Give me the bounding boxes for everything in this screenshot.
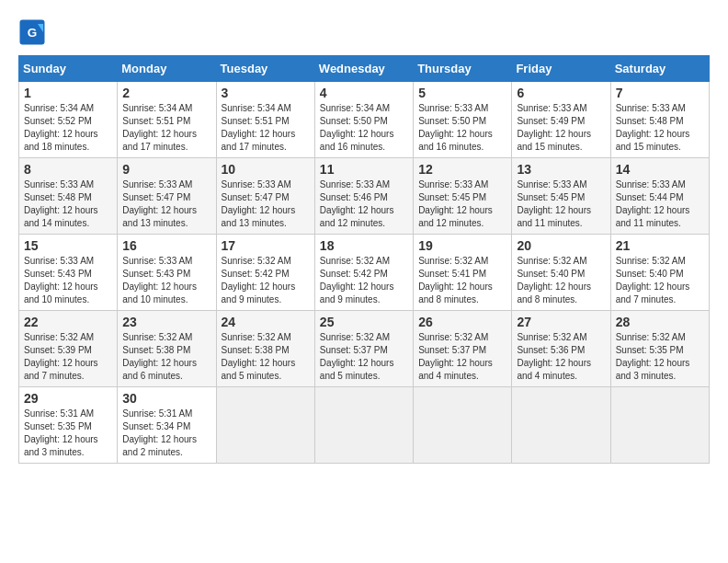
day-info: Sunrise: 5:32 AMSunset: 5:38 PMDaylight:… [122,331,210,383]
weekday-header-sunday: Sunday [19,56,118,82]
day-number: 30 [122,391,210,406]
calendar-week-row: 29Sunrise: 5:31 AMSunset: 5:35 PMDayligh… [19,387,710,464]
calendar-cell: 5Sunrise: 5:33 AMSunset: 5:50 PMDaylight… [414,82,512,158]
logo: G [18,18,50,46]
day-info: Sunrise: 5:33 AMSunset: 5:43 PMDaylight:… [24,255,112,306]
calendar-cell: 22Sunrise: 5:32 AMSunset: 5:39 PMDayligh… [19,311,118,387]
calendar-cell: 9Sunrise: 5:33 AMSunset: 5:47 PMDaylight… [118,158,216,235]
day-info: Sunrise: 5:32 AMSunset: 5:38 PMDaylight:… [222,331,310,383]
weekday-header-friday: Friday [512,56,610,82]
calendar-week-row: 1Sunrise: 5:34 AMSunset: 5:52 PMDaylight… [19,82,710,158]
day-number: 5 [418,86,506,100]
weekday-header-saturday: Saturday [610,56,709,82]
day-info: Sunrise: 5:32 AMSunset: 5:40 PMDaylight:… [517,255,605,306]
page-header: G [18,18,710,46]
day-number: 8 [24,162,112,177]
calendar-cell [414,387,512,464]
day-number: 15 [24,238,112,253]
weekday-header-tuesday: Tuesday [216,56,314,82]
calendar-cell: 23Sunrise: 5:32 AMSunset: 5:38 PMDayligh… [118,311,216,387]
day-info: Sunrise: 5:32 AMSunset: 5:35 PMDaylight:… [616,331,704,383]
weekday-header-monday: Monday [118,56,216,82]
day-number: 22 [24,315,112,329]
day-number: 11 [320,162,408,177]
day-number: 9 [122,162,210,177]
day-number: 7 [616,86,704,100]
calendar-cell: 14Sunrise: 5:33 AMSunset: 5:44 PMDayligh… [610,158,709,235]
calendar-cell: 24Sunrise: 5:32 AMSunset: 5:38 PMDayligh… [216,311,314,387]
day-number: 20 [517,238,605,253]
day-info: Sunrise: 5:33 AMSunset: 5:44 PMDaylight:… [616,178,704,230]
calendar-cell: 2Sunrise: 5:34 AMSunset: 5:51 PMDaylight… [118,82,216,158]
day-number: 25 [320,315,408,329]
day-number: 19 [418,238,506,253]
calendar-cell: 11Sunrise: 5:33 AMSunset: 5:46 PMDayligh… [314,158,413,235]
day-info: Sunrise: 5:34 AMSunset: 5:52 PMDaylight:… [24,102,112,154]
day-info: Sunrise: 5:31 AMSunset: 5:34 PMDaylight:… [122,408,210,459]
calendar-cell: 19Sunrise: 5:32 AMSunset: 5:41 PMDayligh… [414,235,512,311]
calendar-cell: 8Sunrise: 5:33 AMSunset: 5:48 PMDaylight… [19,158,118,235]
day-number: 4 [320,86,408,100]
day-info: Sunrise: 5:33 AMSunset: 5:47 PMDaylight:… [222,178,310,230]
day-number: 21 [616,238,704,253]
calendar-cell: 4Sunrise: 5:34 AMSunset: 5:50 PMDaylight… [314,82,413,158]
calendar-cell: 29Sunrise: 5:31 AMSunset: 5:35 PMDayligh… [19,387,118,464]
calendar-cell [610,387,709,464]
calendar-cell: 21Sunrise: 5:32 AMSunset: 5:40 PMDayligh… [610,235,709,311]
calendar-cell: 7Sunrise: 5:33 AMSunset: 5:48 PMDaylight… [610,82,709,158]
calendar-cell: 13Sunrise: 5:33 AMSunset: 5:45 PMDayligh… [512,158,610,235]
day-info: Sunrise: 5:33 AMSunset: 5:48 PMDaylight:… [616,102,704,154]
day-number: 6 [517,86,605,100]
calendar-cell: 16Sunrise: 5:33 AMSunset: 5:43 PMDayligh… [118,235,216,311]
svg-text:G: G [28,26,38,40]
calendar-table: SundayMondayTuesdayWednesdayThursdayFrid… [18,55,710,464]
calendar-cell: 28Sunrise: 5:32 AMSunset: 5:35 PMDayligh… [610,311,709,387]
calendar-week-row: 15Sunrise: 5:33 AMSunset: 5:43 PMDayligh… [19,235,710,311]
calendar-cell: 15Sunrise: 5:33 AMSunset: 5:43 PMDayligh… [19,235,118,311]
weekday-header-row: SundayMondayTuesdayWednesdayThursdayFrid… [19,56,710,82]
weekday-header-wednesday: Wednesday [314,56,413,82]
day-number: 14 [616,162,704,177]
day-info: Sunrise: 5:33 AMSunset: 5:46 PMDaylight:… [320,178,408,230]
day-number: 12 [418,162,506,177]
calendar-cell: 6Sunrise: 5:33 AMSunset: 5:49 PMDaylight… [512,82,610,158]
day-number: 27 [517,315,605,329]
day-info: Sunrise: 5:32 AMSunset: 5:40 PMDaylight:… [616,255,704,306]
calendar-cell [314,387,413,464]
day-number: 13 [517,162,605,177]
calendar-cell: 12Sunrise: 5:33 AMSunset: 5:45 PMDayligh… [414,158,512,235]
day-number: 3 [222,86,310,100]
day-number: 29 [24,391,112,406]
calendar-cell: 26Sunrise: 5:32 AMSunset: 5:37 PMDayligh… [414,311,512,387]
day-info: Sunrise: 5:32 AMSunset: 5:36 PMDaylight:… [517,331,605,383]
calendar-cell: 18Sunrise: 5:32 AMSunset: 5:42 PMDayligh… [314,235,413,311]
calendar-cell: 30Sunrise: 5:31 AMSunset: 5:34 PMDayligh… [118,387,216,464]
calendar-cell: 10Sunrise: 5:33 AMSunset: 5:47 PMDayligh… [216,158,314,235]
day-info: Sunrise: 5:32 AMSunset: 5:42 PMDaylight:… [222,255,310,306]
calendar-week-row: 8Sunrise: 5:33 AMSunset: 5:48 PMDaylight… [19,158,710,235]
calendar-cell: 17Sunrise: 5:32 AMSunset: 5:42 PMDayligh… [216,235,314,311]
day-info: Sunrise: 5:33 AMSunset: 5:45 PMDaylight:… [517,178,605,230]
day-info: Sunrise: 5:33 AMSunset: 5:47 PMDaylight:… [122,178,210,230]
day-info: Sunrise: 5:31 AMSunset: 5:35 PMDaylight:… [24,408,112,459]
calendar-cell: 25Sunrise: 5:32 AMSunset: 5:37 PMDayligh… [314,311,413,387]
day-number: 2 [122,86,210,100]
calendar-cell: 27Sunrise: 5:32 AMSunset: 5:36 PMDayligh… [512,311,610,387]
day-info: Sunrise: 5:32 AMSunset: 5:37 PMDaylight:… [418,331,506,383]
day-info: Sunrise: 5:33 AMSunset: 5:45 PMDaylight:… [418,178,506,230]
day-number: 1 [24,86,112,100]
day-number: 28 [616,315,704,329]
day-info: Sunrise: 5:33 AMSunset: 5:50 PMDaylight:… [418,102,506,154]
day-info: Sunrise: 5:33 AMSunset: 5:48 PMDaylight:… [24,178,112,230]
calendar-cell: 1Sunrise: 5:34 AMSunset: 5:52 PMDaylight… [19,82,118,158]
weekday-header-thursday: Thursday [414,56,512,82]
day-number: 23 [122,315,210,329]
day-number: 10 [222,162,310,177]
calendar-cell: 3Sunrise: 5:34 AMSunset: 5:51 PMDaylight… [216,82,314,158]
day-info: Sunrise: 5:34 AMSunset: 5:50 PMDaylight:… [320,102,408,154]
day-info: Sunrise: 5:32 AMSunset: 5:37 PMDaylight:… [320,331,408,383]
day-info: Sunrise: 5:33 AMSunset: 5:43 PMDaylight:… [122,255,210,306]
calendar-cell [512,387,610,464]
calendar-week-row: 22Sunrise: 5:32 AMSunset: 5:39 PMDayligh… [19,311,710,387]
day-info: Sunrise: 5:34 AMSunset: 5:51 PMDaylight:… [122,102,210,154]
